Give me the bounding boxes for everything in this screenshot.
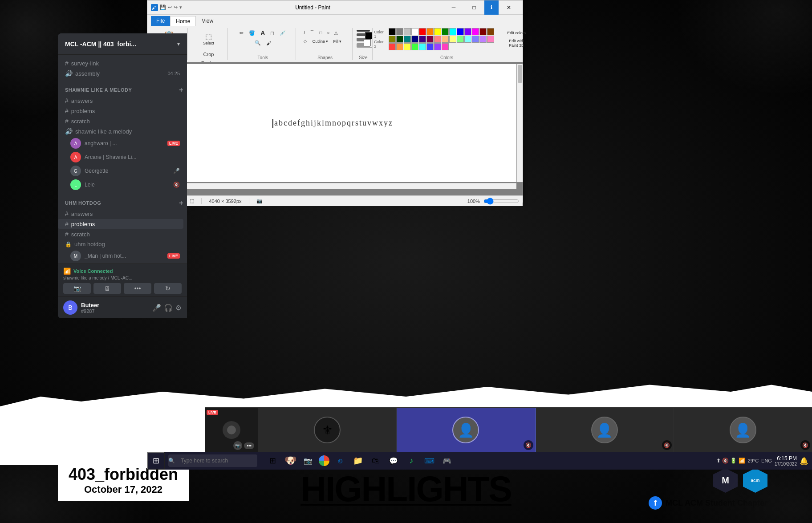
text-channel-icon: # [65, 60, 69, 67]
member-name-georgette: Georgette [85, 168, 108, 174]
member-anghwaro[interactable]: A anghwaro | ... LIVE [58, 137, 183, 150]
category-shawnie-label: SHAWNIE LIKE A MELODY [65, 87, 132, 93]
quick-access-undo[interactable]: ↩ [168, 4, 172, 10]
video-tile-3: 👤 🔇 [536, 408, 674, 452]
assembly-count: 04 25 [167, 71, 180, 76]
category-add-icon-2[interactable]: + [179, 199, 183, 207]
channel-problems-uhm[interactable]: # problems [58, 219, 183, 229]
quick-access-more[interactable]: ▾ [179, 4, 182, 10]
avatar-man: M [70, 251, 81, 261]
video-tile-2-active: 👤 🔇 [397, 408, 535, 452]
user4-silhouette: 👤 [735, 422, 751, 438]
text-channel-icon-2: # [65, 97, 69, 104]
camera-controls: 📷 ••• [233, 441, 254, 450]
taskbar-app-camera[interactable]: 📷 [300, 453, 316, 469]
paint3d-icon-btn[interactable]: ℹ [484, 0, 499, 15]
paint-tab-home[interactable]: Home [170, 16, 196, 26]
member-man[interactable]: M _Man | uhm hot... LIVE [58, 249, 183, 263]
channel-name-scratch-u: scratch [71, 231, 90, 238]
camera-btn[interactable]: 📷 [233, 441, 242, 450]
clock-date: 17/10/2022 [775, 462, 797, 466]
category-uhm-hotdog[interactable]: UHM HOTDOG + [58, 192, 187, 209]
taskbar-app-edge[interactable]: ⌾ [332, 453, 348, 469]
server-header[interactable]: MCL -ACM || 403_forbi... ▾ [58, 33, 187, 55]
live-indicator: LIVE [207, 410, 218, 415]
user4-mute-icon: 🔇 [800, 440, 810, 450]
user-settings-btn[interactable]: ⚙ [175, 304, 182, 312]
search-icon: 🔍 [168, 458, 175, 464]
text-channel-icon-4: # [65, 118, 69, 125]
category-uhm-label: UHM HOTDOG [65, 200, 101, 206]
channel-name-answers-u: answers [71, 211, 93, 217]
minimize-button[interactable]: ─ [443, 0, 464, 15]
user-headset-btn[interactable]: 🎧 [164, 304, 173, 312]
channel-name-assembly: assembly [75, 70, 100, 77]
channel-survey-link[interactable]: # survey-link [58, 58, 183, 68]
voice-camera-btn[interactable]: 📷 [63, 283, 91, 294]
paint-tab-view[interactable]: View [196, 16, 219, 26]
taskbar-sys-tray: ⬆ 🔇 🔋 📶 29°C ENG 6:15 PM 17/10/2022 🔔 [713, 455, 812, 466]
muted-icon-lele: 🔇 [173, 182, 180, 188]
user-controls: 🎤 🎧 ⚙ [152, 304, 182, 312]
channel-answers-uhm[interactable]: # answers [58, 209, 183, 219]
user4-avatar: 👤 [730, 417, 756, 443]
user-tag: #9287 [81, 308, 149, 314]
channel-name-problems-u: problems [71, 221, 95, 227]
start-button[interactable]: ⊞ [147, 452, 165, 470]
weather-temp: 29°C [748, 458, 759, 463]
paint-tab-file[interactable]: File [151, 16, 170, 26]
more-btn[interactable]: ••• [244, 442, 254, 449]
voice-channel-shawnie[interactable]: 🔊 shawnie like a melody [58, 126, 183, 136]
channel-scratch-shawnie[interactable]: # scratch [58, 116, 183, 126]
member-name-anghwaro: anghwaro | ... [85, 140, 117, 146]
channel-problems-shawnie[interactable]: # problems [58, 106, 183, 116]
channel-answers-shawnie[interactable]: # answers [58, 96, 183, 105]
taskbar-app-spotify[interactable]: ♪ [403, 453, 419, 469]
taskbar-lang: ENG [761, 458, 772, 463]
category-add-icon[interactable]: + [179, 86, 183, 94]
channel-assembly[interactable]: 🔊 assembly 04 25 [58, 69, 183, 78]
maximize-button[interactable]: □ [464, 0, 484, 15]
paint-title-icons: 🖌 💾 ↩ ↪ ▾ [151, 4, 182, 11]
member-name-lele: Lele [85, 182, 95, 188]
user-mic-btn[interactable]: 🎤 [152, 304, 161, 312]
voice-channel-name-shawnie: shawnie like a melody [75, 128, 132, 135]
category-shawnie[interactable]: SHAWNIE LIKE A MELODY + [58, 79, 187, 96]
mic-icon-georgette: 🎤 [173, 168, 180, 174]
video-tile-4: 👤 🔇 [674, 408, 812, 452]
taskbar-app-vscode[interactable]: ⌨ [421, 453, 437, 469]
view-tab-label: View [202, 18, 213, 24]
quick-access-save[interactable]: 💾 [160, 4, 166, 10]
voice-screen-btn[interactable]: 🖥 [93, 283, 121, 294]
server-dropdown-icon: ▾ [177, 41, 180, 47]
channel-scratch-uhm[interactable]: # scratch [58, 229, 183, 239]
voice-refresh-btn[interactable]: ↻ [154, 283, 182, 294]
taskbar-search-input[interactable] [168, 454, 257, 467]
paint-tab-bar: File Home View [147, 15, 523, 26]
text-channel-icon-3: # [65, 107, 69, 114]
taskbar-app-folder[interactable]: 📁 [350, 453, 366, 469]
paint-window-controls: ─ □ ℹ ✕ [443, 0, 519, 15]
taskbar-app-game[interactable]: 🎮 [439, 453, 455, 469]
sys-tray-icons: ⬆ 🔇 🔋 📶 [716, 458, 745, 464]
camera-lens [227, 426, 236, 434]
member-arcane[interactable]: A Arcane | Shawnie Li... [58, 150, 183, 164]
taskbar-app-dog[interactable]: 🐶 [282, 453, 298, 469]
notification-icon[interactable]: 🔔 [800, 457, 808, 465]
voice-channel-uhm[interactable]: 🔒 uhm hotdog [58, 239, 183, 249]
taskbar-app-chrome[interactable] [319, 455, 329, 466]
taskbar-app-discord[interactable]: 💬 [386, 453, 402, 469]
close-button[interactable]: ✕ [499, 0, 519, 15]
voice-more-btn[interactable]: ••• [124, 283, 151, 294]
quick-access-redo[interactable]: ↪ [174, 4, 178, 10]
user3-avatar: 👤 [591, 417, 618, 443]
taskbar-app-store[interactable]: 🛍 [368, 453, 384, 469]
camera-circle [223, 421, 240, 439]
taskbar-app-widgets[interactable]: ⊞ [264, 453, 280, 469]
member-name-arcane: Arcane | Shawnie Li... [85, 154, 137, 160]
voice-connected-text: 📶 Voice Connected [63, 268, 182, 275]
member-lele[interactable]: L Lele 🔇 [58, 178, 183, 191]
user3-silhouette: 👤 [596, 422, 613, 438]
member-georgette[interactable]: G Georgette 🎤 [58, 164, 183, 178]
taskbar-apps: ⊞ 🐶 📷 ⌾ 📁 🛍 💬 ♪ ⌨ 🎮 [264, 453, 455, 469]
